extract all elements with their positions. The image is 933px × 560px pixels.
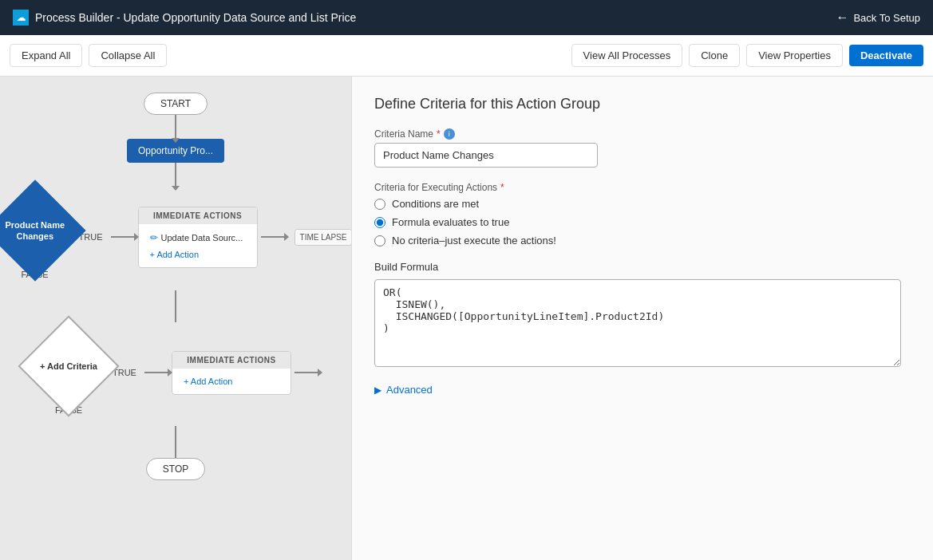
view-all-processes-button[interactable]: View All Processes — [571, 44, 683, 67]
arrow-down-2 — [175, 163, 176, 187]
time-lapse-label: TIME LAPSE — [295, 229, 351, 246]
back-to-setup-link[interactable]: ← Back To Setup — [836, 10, 920, 25]
start-node: START — [144, 93, 208, 115]
diamond-label-1: Product Name Changes — [0, 218, 71, 244]
immediate-actions-body-2: + Add Action — [172, 369, 291, 394]
update-action-item[interactable]: ✏ Update Data Sourc... — [145, 229, 251, 246]
h-arrow-1 — [111, 236, 135, 238]
view-properties-button[interactable]: View Properties — [746, 44, 843, 67]
add-criteria-label: + Add Criteria — [38, 359, 99, 373]
diamond-wrapper-1: Product Name Changes FALSE TRUE IMMEDIAT… — [0, 195, 351, 279]
true-row-1: TRUE IMMEDIATE ACTIONS ✏ Update Data Sou… — [74, 207, 351, 268]
main-layout: START Opportunity Pro... Product Name Ch… — [0, 77, 933, 560]
add-action-1[interactable]: + Add Action — [145, 246, 251, 262]
radio-conditions-met-label: Conditions are met — [392, 198, 479, 210]
product-name-changes-diamond[interactable]: Product Name Changes — [0, 179, 85, 281]
radio-no-criteria-label: No criteria–just execute the actions! — [392, 235, 556, 246]
add-action-2[interactable]: + Add Action — [179, 373, 284, 389]
logo-icon: ☁ — [17, 13, 26, 23]
add-action-label-2: + Add Action — [184, 377, 232, 386]
immediate-actions-body-1: ✏ Update Data Sourc... + Add Action — [139, 224, 257, 267]
panel-title: Define Criteria for this Action Group — [374, 96, 911, 112]
advanced-row[interactable]: ▶ Advanced — [374, 384, 911, 396]
radio-conditions-met[interactable]: Conditions are met — [374, 198, 911, 210]
add-criteria-diamond[interactable]: + Add Criteria — [18, 315, 119, 416]
criteria-executing-group: Criteria for Executing Actions * Conditi… — [374, 182, 911, 246]
h-arrow-3 — [144, 372, 168, 373]
top-bar: ☁ Process Builder - Update Opportunity D… — [0, 0, 933, 35]
radio-group: Conditions are met Formula evaluates to … — [374, 198, 911, 246]
canvas: START Opportunity Pro... Product Name Ch… — [0, 77, 351, 560]
page-title: Process Builder - Update Opportunity Dat… — [35, 11, 356, 24]
criteria-name-input[interactable] — [374, 143, 598, 168]
back-arrow-icon: ← — [836, 10, 848, 25]
criteria-name-group: Criteria Name * i — [374, 128, 911, 168]
radio-formula-evaluates[interactable]: Formula evaluates to true — [374, 216, 911, 228]
flow-container: START Opportunity Pro... Product Name Ch… — [16, 93, 335, 480]
update-action-label: Update Data Sourc... — [161, 233, 243, 243]
false-arrow-down-2 — [175, 426, 176, 458]
app-logo: ☁ — [13, 10, 29, 26]
info-icon-1[interactable]: i — [444, 128, 455, 140]
required-star-2: * — [500, 182, 504, 193]
collapse-all-button[interactable]: Collapse All — [89, 44, 167, 67]
advanced-label: Advanced — [386, 384, 433, 396]
add-action-label-1: + Add Action — [150, 250, 199, 259]
radio-conditions-met-input[interactable] — [374, 199, 385, 210]
chevron-right-icon: ▶ — [374, 385, 382, 396]
top-bar-left: ☁ Process Builder - Update Opportunity D… — [13, 10, 356, 26]
clone-button[interactable]: Clone — [689, 44, 740, 67]
diamond-col-2: + Add Criteria FALSE — [33, 330, 105, 415]
build-formula-label: Build Formula — [374, 261, 911, 273]
radio-formula-evaluates-input[interactable] — [374, 217, 385, 228]
arrow-down-1 — [175, 115, 176, 139]
formula-textarea[interactable]: OR( ISNEW(), ISCHANGED([OpportunityLineI… — [374, 279, 901, 367]
immediate-actions-header-1: IMMEDIATE ACTIONS — [139, 207, 257, 224]
radio-no-criteria[interactable]: No criteria–just execute the actions! — [374, 235, 911, 246]
true-row-2: TRUE IMMEDIATE ACTIONS + Add Action — [108, 351, 318, 395]
build-formula-group: Build Formula OR( ISNEW(), ISCHANGED([Op… — [374, 261, 911, 369]
immediate-actions-box-1: IMMEDIATE ACTIONS ✏ Update Data Sourc...… — [138, 207, 258, 268]
false-arrow-down-1 — [175, 290, 176, 322]
diamond-wrapper-2: + Add Criteria FALSE TRUE IMMEDIATE ACTI… — [33, 330, 318, 415]
radio-no-criteria-input[interactable] — [374, 235, 385, 246]
criteria-name-label: Criteria Name * i — [374, 128, 911, 140]
toolbar-right: View All Processes Clone View Properties… — [571, 44, 923, 67]
pencil-icon: ✏ — [150, 232, 158, 243]
deactivate-button[interactable]: Deactivate — [849, 45, 923, 66]
criteria-executing-label: Criteria for Executing Actions * — [374, 182, 911, 193]
immediate-actions-box-2: IMMEDIATE ACTIONS + Add Action — [172, 351, 291, 395]
immediate-actions-header-2: IMMEDIATE ACTIONS — [172, 352, 291, 369]
h-arrow-4 — [295, 372, 318, 373]
expand-all-button[interactable]: Expand All — [10, 44, 82, 67]
radio-formula-evaluates-label: Formula evaluates to true — [392, 216, 509, 228]
diamond-col-1: Product Name Changes FALSE — [0, 195, 71, 279]
required-star-1: * — [437, 128, 441, 140]
h-arrow-2 — [261, 236, 285, 238]
back-to-setup-label: Back To Setup — [853, 12, 920, 24]
right-panel: Define Criteria for this Action Group Cr… — [351, 77, 933, 560]
toolbar: Expand All Collapse All View All Process… — [0, 35, 933, 77]
stop-node: STOP — [146, 458, 205, 480]
